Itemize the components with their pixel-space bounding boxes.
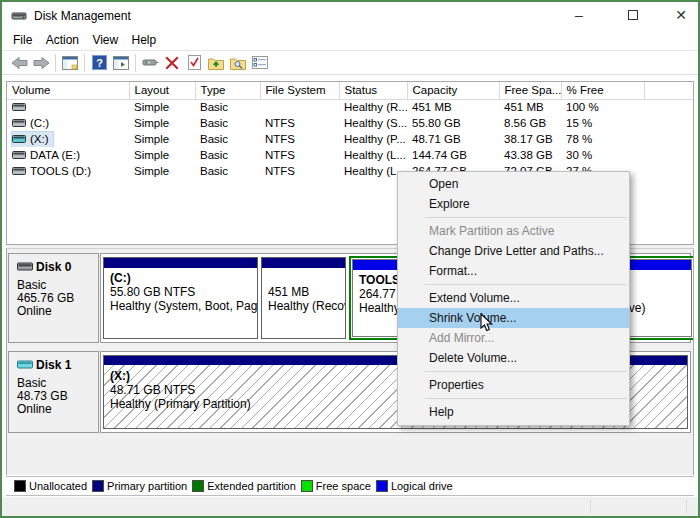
menu-item-delete-volume[interactable]: Delete Volume... <box>398 348 629 368</box>
disk0-status: Online <box>17 305 98 318</box>
status-bar-divider <box>590 500 591 513</box>
status-bar <box>2 497 698 516</box>
back-icon[interactable] <box>8 52 30 74</box>
volume-row-1[interactable]: (C:)SimpleBasicNTFSHealthy (S...55.80 GB… <box>7 115 694 131</box>
properties-icon[interactable] <box>249 52 271 74</box>
partition-c-size: 55.80 GB NTFS <box>110 285 257 299</box>
menu-help[interactable]: Help <box>132 30 157 50</box>
close-button[interactable]: ✕ <box>664 2 698 30</box>
col-file-system[interactable]: File System <box>260 82 339 99</box>
col-volume[interactable]: Volume <box>7 82 129 99</box>
delete-icon[interactable] <box>161 52 183 74</box>
folder-up-icon[interactable] <box>205 52 227 74</box>
minimize-button[interactable]: – <box>562 2 596 30</box>
partition-recovery-name <box>268 271 345 285</box>
volume-icon <box>12 167 26 175</box>
volume-icon <box>12 135 26 143</box>
disk0-name: Disk 0 <box>17 260 98 274</box>
disk0-label-panel[interactable]: Disk 0 Basic 465.76 GB Online <box>8 253 99 343</box>
volume-icon <box>12 119 26 127</box>
menu-item-format[interactable]: Format... <box>398 261 629 281</box>
menu-file[interactable]: File <box>13 30 32 50</box>
menu-separator <box>425 284 627 285</box>
console-window-icon[interactable] <box>59 52 81 74</box>
volume-icon <box>12 151 26 159</box>
help-icon[interactable]: ? <box>88 52 110 74</box>
volume-row-0[interactable]: SimpleBasicHealthy (R...451 MB451 MB100 … <box>7 99 694 115</box>
disk1-label-panel[interactable]: Disk 1 Basic 48.73 GB Online <box>8 351 99 433</box>
legend-free-space: Free space <box>301 480 371 492</box>
col-free-space[interactable]: Free Spa... <box>499 82 561 99</box>
legend-swatch <box>376 480 388 492</box>
maximize-button[interactable] <box>616 2 650 30</box>
partition-c[interactable]: (C:) 55.80 GB NTFS Healthy (System, Boot… <box>103 257 258 339</box>
partition-c-bar <box>104 258 257 268</box>
legend-extended-partition: Extended partition <box>192 480 296 492</box>
col-filler <box>644 82 694 99</box>
legend-swatch <box>92 480 104 492</box>
volume-table-body: SimpleBasicHealthy (R...451 MB451 MB100 … <box>7 99 694 179</box>
volume-row-2[interactable]: (X:)SimpleBasicNTFSHealthy (P...48.71 GB… <box>7 131 694 147</box>
toolbar-separator <box>84 54 85 72</box>
legend-swatch <box>14 480 26 492</box>
col-status[interactable]: Status <box>339 82 407 99</box>
disk-management-window: Disk Management – ✕ File Action View Hel… <box>0 0 700 518</box>
legend-swatch <box>192 480 204 492</box>
menu-item-shrink-volume[interactable]: Shrink Volume... <box>398 308 629 328</box>
menu-bar: File Action View Help <box>2 30 698 50</box>
forward-icon[interactable] <box>30 52 52 74</box>
disk1-name: Disk 1 <box>17 358 98 372</box>
menu-item-change-drive-letter-and-paths[interactable]: Change Drive Letter and Paths... <box>398 241 629 261</box>
col-type[interactable]: Type <box>195 82 260 99</box>
legend-primary-partition: Primary partition <box>92 480 187 492</box>
table-header-row: Volume Layout Type File System Status Ca… <box>7 82 694 99</box>
console-tree-icon[interactable] <box>110 52 132 74</box>
app-icon <box>11 9 28 26</box>
legend-unallocated: Unallocated <box>14 480 87 492</box>
partition-recovery-size: 451 MB <box>268 285 345 299</box>
menu-action[interactable]: Action <box>46 30 79 50</box>
status-bar-divider <box>686 500 687 513</box>
menu-item-open[interactable]: Open <box>398 174 629 194</box>
menu-separator <box>425 371 627 372</box>
check-document-icon[interactable] <box>183 52 205 74</box>
menu-item-mark-partition-as-active[interactable]: Mark Partition as Active <box>398 221 629 241</box>
partition-recovery[interactable]: 451 MB Healthy (Recov <box>261 257 346 339</box>
titlebar: Disk Management – ✕ <box>2 2 698 30</box>
menu-item-help[interactable]: Help <box>398 402 629 422</box>
menu-item-extend-volume[interactable]: Extend Volume... <box>398 288 629 308</box>
col-capacity[interactable]: Capacity <box>407 82 499 99</box>
partition-c-status: Healthy (System, Boot, Page <box>110 299 257 313</box>
volume-row-3[interactable]: DATA (E:)SimpleBasicNTFSHealthy (L...144… <box>7 147 694 163</box>
partition-recovery-status: Healthy (Recov <box>268 299 345 313</box>
mouse-cursor <box>480 313 496 334</box>
volume-icon <box>12 103 26 111</box>
menu-view[interactable]: View <box>92 30 118 50</box>
menu-item-explore[interactable]: Explore <box>398 194 629 214</box>
toolbar: ? <box>2 50 698 75</box>
menu-item-properties[interactable]: Properties <box>398 375 629 395</box>
partition-c-name: (C:) <box>110 271 257 285</box>
menu-separator <box>425 217 627 218</box>
toolbar-separator <box>55 54 56 72</box>
legend-bar: UnallocatedPrimary partitionExtended par… <box>6 476 694 496</box>
col-pct-free[interactable]: % Free <box>561 82 644 99</box>
toolbar-separator <box>135 54 136 72</box>
partition-recovery-bar <box>262 258 345 268</box>
legend-logical-drive: Logical drive <box>376 480 453 492</box>
svg-text:?: ? <box>96 57 103 69</box>
disk1-status: Online <box>17 403 98 416</box>
folder-search-icon[interactable] <box>227 52 249 74</box>
legend-swatch <box>301 480 313 492</box>
col-layout[interactable]: Layout <box>129 82 195 99</box>
remote-device-icon[interactable] <box>139 52 161 74</box>
menu-item-add-mirror[interactable]: Add Mirror... <box>398 328 629 348</box>
context-menu: OpenExploreMark Partition as ActiveChang… <box>397 171 630 426</box>
window-title: Disk Management <box>34 9 131 23</box>
menu-separator <box>425 398 627 399</box>
